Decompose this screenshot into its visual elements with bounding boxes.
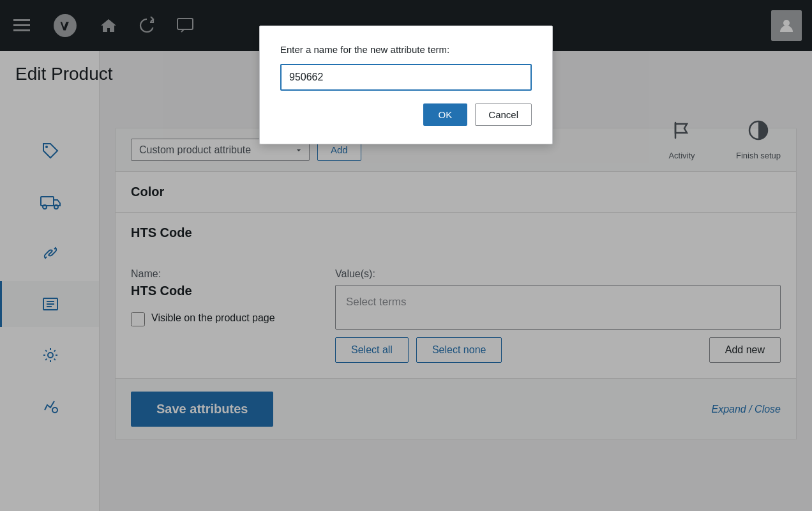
modal-actions: OK Cancel: [280, 103, 532, 126]
modal-overlay: Enter a name for the new attribute term:…: [0, 0, 812, 511]
modal-input[interactable]: [280, 64, 532, 91]
modal-box: Enter a name for the new attribute term:…: [259, 26, 553, 144]
modal-cancel-button[interactable]: Cancel: [475, 103, 532, 126]
modal-ok-button[interactable]: OK: [423, 103, 468, 126]
modal-prompt-text: Enter a name for the new attribute term:: [280, 44, 532, 55]
